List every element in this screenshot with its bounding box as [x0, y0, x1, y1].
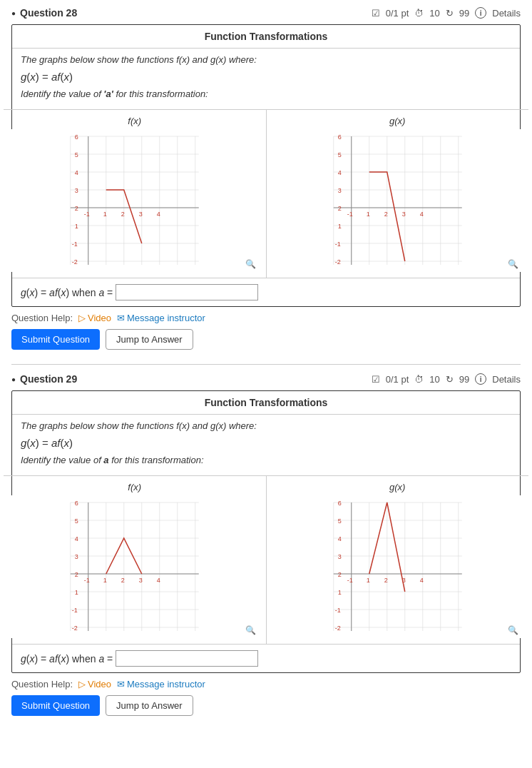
- q29-fx-area: -1 1 2 3 4 6 5 4 3 2 1 -1 -2: [9, 495, 260, 638]
- svg-text:4: 4: [75, 169, 78, 176]
- q28-instruction: Identify the value of 'a' for this trans…: [21, 89, 511, 99]
- q29-bullet: ●: [11, 375, 16, 383]
- q29-gx-panel: g(x): [267, 476, 529, 644]
- q29-meta: ☑ 0/1 pt ⏱ 10 ↻ 99 i Details: [372, 373, 521, 385]
- svg-text:4: 4: [337, 169, 341, 176]
- svg-text:3: 3: [75, 187, 78, 194]
- svg-text:-2: -2: [334, 258, 340, 266]
- q28-gx-svg: -1 1 2 3 4 6 5 4 3 2 1 -1 -2: [272, 129, 523, 272]
- svg-text:-1: -1: [72, 241, 78, 248]
- question-28-title: ● Question 28: [11, 7, 77, 19]
- q28-msg-icon: ✉: [117, 313, 125, 323]
- q28-answer-prefix: g(x) = af(x) when a =: [21, 287, 113, 298]
- svg-text:3: 3: [75, 553, 78, 560]
- q28-details[interactable]: Details: [492, 8, 521, 19]
- q29-answer-input[interactable]: [116, 650, 258, 667]
- q28-answer-input[interactable]: [116, 284, 258, 300]
- q29-video-icon: ▷: [78, 679, 86, 689]
- q28-fx-panel: f(x): [4, 110, 267, 278]
- q28-submit-button[interactable]: Submit Question: [11, 329, 100, 350]
- svg-text:3: 3: [139, 211, 143, 218]
- q28-gx-area: -1 1 2 3 4 6 5 4 3 2 1 -1 -2: [272, 129, 523, 272]
- q29-fx-title: f(x): [9, 482, 260, 492]
- q29-box: Function Transformations The graphs belo…: [11, 390, 521, 673]
- svg-text:4: 4: [337, 535, 341, 542]
- q28-fx-magnify[interactable]: 🔍: [245, 259, 256, 269]
- q29-attempts-icon: ↻: [446, 374, 454, 385]
- svg-text:5: 5: [75, 151, 78, 158]
- svg-text:4: 4: [419, 211, 423, 218]
- q28-number: Question 28: [20, 7, 77, 19]
- q28-help: Question Help: ▷ Video ✉ Message instruc…: [11, 313, 521, 323]
- svg-text:6: 6: [75, 133, 78, 141]
- q28-message-link[interactable]: ✉ Message instructor: [117, 313, 205, 323]
- q28-retry: 10: [429, 8, 439, 19]
- q29-fx-magnify[interactable]: 🔍: [245, 625, 256, 635]
- q28-checkbox-icon: ☑: [372, 8, 380, 19]
- svg-text:2: 2: [384, 577, 387, 584]
- q29-video-label: Video: [88, 679, 111, 689]
- svg-text:1: 1: [75, 589, 78, 596]
- svg-text:4: 4: [75, 535, 78, 542]
- svg-text:2: 2: [384, 211, 387, 218]
- q29-gx-svg: -1 1 2 3 4 6 5 4 3 2 1 -1 -2: [272, 495, 523, 638]
- q28-buttons: Submit Question Jump to Answer: [11, 329, 521, 350]
- svg-text:-1: -1: [72, 607, 78, 614]
- q28-gx-panel: g(x): [267, 110, 529, 278]
- question-28-header: ● Question 28 ☑ 0/1 pt ⏱ 10 ↻ 99 i Detai…: [11, 7, 521, 19]
- svg-text:6: 6: [75, 500, 78, 507]
- q29-retry: 10: [429, 374, 439, 385]
- q29-help-label: Question Help:: [11, 679, 73, 689]
- q29-answer-prefix: g(x) = af(x) when a =: [21, 653, 113, 665]
- q29-score: 0/1 pt: [386, 374, 409, 385]
- svg-text:-1: -1: [84, 211, 90, 218]
- question-29-title: ● Question 29: [11, 373, 77, 385]
- q28-box: Function Transformations The graphs belo…: [11, 24, 521, 307]
- q28-info-icon[interactable]: i: [475, 7, 486, 19]
- q29-details[interactable]: Details: [492, 374, 521, 385]
- svg-text:2: 2: [121, 577, 125, 584]
- q29-jump-button[interactable]: Jump to Answer: [106, 695, 193, 716]
- q29-instruction: Identify the value of a for this transfo…: [21, 455, 511, 465]
- q28-video-icon: ▷: [78, 313, 86, 323]
- q28-box-content: The graphs below show the functions f(x)…: [12, 49, 520, 109]
- q29-submit-button[interactable]: Submit Question: [11, 695, 100, 716]
- svg-text:-2: -2: [72, 625, 78, 632]
- q28-gx-magnify[interactable]: 🔍: [508, 259, 518, 269]
- q28-video-label: Video: [88, 313, 111, 323]
- q29-gx-title: g(x): [272, 482, 523, 492]
- q29-message-link[interactable]: ✉ Message instructor: [117, 679, 205, 689]
- q29-buttons: Submit Question Jump to Answer: [11, 695, 521, 716]
- svg-text:-2: -2: [72, 258, 78, 266]
- svg-text:3: 3: [139, 577, 143, 584]
- q29-fx-svg: -1 1 2 3 4 6 5 4 3 2 1 -1 -2: [9, 495, 260, 638]
- svg-text:2: 2: [75, 571, 78, 578]
- svg-text:4: 4: [157, 577, 160, 584]
- q29-checkbox-icon: ☑: [372, 374, 380, 385]
- q29-retry-icon: ⏱: [414, 374, 424, 385]
- svg-text:6: 6: [337, 133, 341, 141]
- q28-graphs: f(x): [4, 109, 528, 278]
- q28-equation: g(x) = af(x): [21, 71, 511, 83]
- q28-video-link[interactable]: ▷ Video: [78, 313, 111, 323]
- svg-text:-1: -1: [347, 577, 352, 584]
- q29-fx-panel: f(x): [4, 476, 267, 644]
- svg-text:3: 3: [337, 187, 341, 194]
- q28-jump-button[interactable]: Jump to Answer: [106, 329, 193, 350]
- svg-text:2: 2: [337, 205, 341, 212]
- svg-text:1: 1: [366, 211, 369, 218]
- svg-text:2: 2: [75, 205, 78, 212]
- q28-bullet: ●: [11, 9, 16, 17]
- q28-help-label: Question Help:: [11, 313, 73, 323]
- q29-info-icon[interactable]: i: [475, 373, 486, 385]
- svg-text:1: 1: [337, 223, 341, 230]
- svg-text:-1: -1: [334, 607, 340, 614]
- q28-answer-row: g(x) = af(x) when a =: [12, 278, 520, 306]
- q29-gx-magnify[interactable]: 🔍: [508, 625, 518, 635]
- q29-number: Question 29: [20, 373, 77, 385]
- svg-text:4: 4: [419, 577, 423, 584]
- q29-video-link[interactable]: ▷ Video: [78, 679, 111, 689]
- q28-score: 0/1 pt: [386, 8, 409, 19]
- svg-text:2: 2: [121, 211, 125, 218]
- svg-text:2: 2: [337, 571, 341, 578]
